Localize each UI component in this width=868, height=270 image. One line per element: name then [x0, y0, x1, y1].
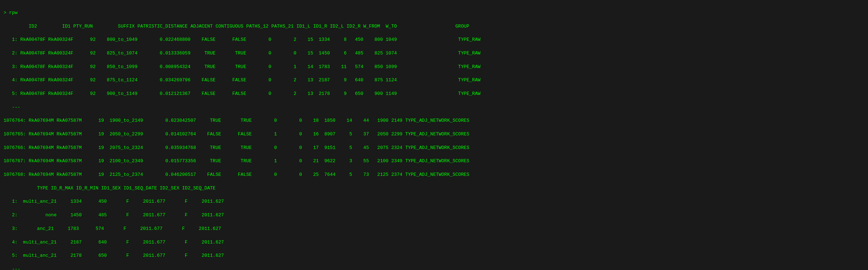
- type-row-2: 2: none 1450 485 F 2011.677 F 2011.627: [4, 212, 224, 218]
- data-row-1076767: 1076767: RkA07694M RkA07587M 19 2100_to_…: [4, 158, 469, 164]
- terminal-window: > rpw ID2 ID1 PTY_RUN SUFFIX PATRISTIC_D…: [4, 3, 864, 270]
- data-row-1076766: 1076766: RkA07694M RkA07587M 19 2075_to_…: [4, 145, 469, 150]
- data-row-4: 4: RkA00478F RkA00324F 92 875_to_1124 0.…: [4, 77, 480, 83]
- data-row-1: 1: RkA00478F RkA00324F 92 800_to_1049 0.…: [4, 37, 480, 42]
- type-row-4: 4: multi_anc_21 2187 640 F 2011.677 F 20…: [4, 240, 224, 245]
- data-row-5: 5: RkA00478F RkA00324F 92 900_to_1149 0.…: [4, 91, 480, 96]
- separator-2: ---: [4, 266, 20, 270]
- type-row-5: 5: multi_anc_21 2178 650 F 2011.677 F 20…: [4, 253, 224, 258]
- header-line-2: TYPE ID_R_MAX ID_R_MIN ID1_SEX ID1_SEQ_D…: [4, 185, 216, 191]
- separator-1: ---: [4, 105, 20, 110]
- type-row-3: 3: anc_21 1783 574 F 2011.677 F 2011.627: [4, 226, 221, 231]
- data-row-3: 3: RkA00478F RkA00324F 92 850_to_1099 0.…: [4, 64, 480, 69]
- type-row-1: 1: multi_anc_21 1334 450 F 2011.677 F 20…: [4, 199, 224, 204]
- prompt-line: > rpw: [4, 10, 18, 15]
- data-row-1076768: 1076768: RkA07694M RkA07587M 19 2125_to_…: [4, 172, 469, 177]
- data-row-1076764: 1076764: RkA07694M RkA07587M 19 1900_to_…: [4, 118, 469, 123]
- data-row-1076765: 1076765: RkA07694M RkA07587M 19 2050_to_…: [4, 131, 469, 137]
- data-row-2: 2: RkA00478F RkA00324F 92 825_to_1074 0.…: [4, 50, 480, 56]
- header-line-1: ID2 ID1 PTY_RUN SUFFIX PATRISTIC_DISTANC…: [4, 24, 469, 29]
